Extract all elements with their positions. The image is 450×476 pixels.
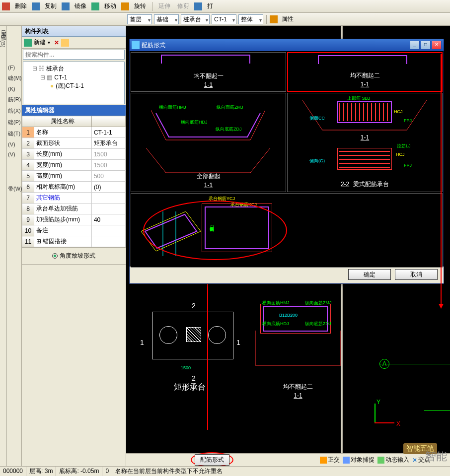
panel-title: 构件列表 <box>22 26 126 37</box>
prop-button[interactable]: 属性 <box>280 15 296 23</box>
dialog-icon <box>132 41 140 49</box>
status-coord: 000000 <box>0 467 26 476</box>
cat-7[interactable]: (V) <box>8 141 20 147</box>
section-label: 均不翻起二1-1 <box>273 382 323 399</box>
copy-item-icon[interactable] <box>61 39 69 47</box>
cat-8[interactable]: (V) <box>8 151 20 157</box>
prop-icon[interactable] <box>270 15 278 23</box>
search-input[interactable] <box>23 50 125 60</box>
left-strip: 型 础(M) (B) <box>0 26 7 466</box>
base-combo[interactable]: 基础 <box>154 14 179 24</box>
rebar-form-button[interactable]: 配筋形式 <box>195 454 229 466</box>
dialog-body: 均不翻起一1-1 均不翻起二1-1 横向面筋HMJ 纵向面筋ZMJ 横向底筋HD… <box>130 51 444 267</box>
grid-h1 <box>379 364 450 364</box>
snap-toggle[interactable]: 对象捕捉 <box>343 456 375 464</box>
dim-1a: 1 <box>140 339 144 346</box>
prop-title: 属性编辑器 <box>22 105 126 116</box>
close-button[interactable]: ✕ <box>432 41 442 50</box>
main-toolbar: 删除 复制 镜像 移动 旋转 延伸 修剪 打 <box>0 0 450 13</box>
circle-2 <box>208 326 226 344</box>
cross-section: 横向面筋HMJ 纵向面筋ZMJ B12B200 横向底筋HDJ 纵向底筋ZDJ … <box>253 294 343 403</box>
angle-slope-row[interactable]: 角度放坡形式 <box>22 247 126 265</box>
component-panel: 构件列表 新建 ▾ ✕ ⊟ ☵桩承台 ⊟ ▦CT-1 ●(底)CT-1-1 属性… <box>22 26 126 466</box>
cat-2[interactable]: (K) <box>8 86 20 92</box>
floor-combo[interactable]: 首层 <box>127 14 152 24</box>
strip-c: (B) <box>0 40 6 48</box>
delete-x-icon[interactable]: ✕ <box>54 39 59 46</box>
canvas-right: A 3000 3000 Y X <box>345 294 450 453</box>
dim-2a: 2 <box>192 302 196 310</box>
dim-2b: 2 <box>192 374 196 382</box>
ct-combo[interactable]: CT-1 <box>212 14 236 24</box>
cat-5[interactable]: 础(P) <box>8 119 20 126</box>
dialog-footer: 确定 取消 <box>130 267 444 282</box>
rotate-icon[interactable] <box>121 2 129 10</box>
maximize-button[interactable]: □ <box>421 41 431 50</box>
copy-button[interactable]: 复制 <box>43 2 59 10</box>
outer-box <box>260 304 331 334</box>
cat-3[interactable]: 筋(R) <box>8 96 20 103</box>
rebar-form-highlight: 配筋形式 <box>191 452 233 468</box>
component-tree[interactable]: ⊟ ☵桩承台 ⊟ ▦CT-1 ●(底)CT-1-1 <box>23 62 125 104</box>
circle-1 <box>159 326 177 344</box>
new-icon[interactable] <box>24 39 32 47</box>
hatch-icon <box>186 327 201 342</box>
watermark: 智能 <box>425 449 447 464</box>
status-msg: 名称在当前层当前构件类型下不允许重名 <box>112 467 450 476</box>
axis-bubble-a: A <box>379 359 389 369</box>
cat-6[interactable]: 础(T) <box>8 130 20 137</box>
dim-1b: 1 <box>236 339 240 346</box>
cat-1[interactable]: 础(M) <box>8 74 20 82</box>
form-option-2[interactable]: 均不翻起二1-1 <box>287 52 443 92</box>
form-option-5[interactable]: 承台钢筋YCJ 承台钢筋XCJ 侧面钢筋 CJ <box>131 193 443 268</box>
ortho-toggle[interactable]: 正交 <box>320 456 340 464</box>
rect-plan <box>152 312 233 359</box>
delete-button[interactable]: 删除 <box>13 2 29 10</box>
mirror-button[interactable]: 镜像 <box>73 2 88 10</box>
move-icon[interactable] <box>91 2 99 10</box>
form-option-3[interactable]: 横向面筋HMJ 纵向面筋ZMJ 横向底筋HDJ 纵向底筋ZDJ 全部翻起1-1 <box>131 93 286 192</box>
tree-ct1[interactable]: ⊟ ▦CT-1 <box>25 73 122 81</box>
whole-combo[interactable]: 整体 <box>238 14 263 24</box>
new-button[interactable]: 新建 <box>34 38 46 47</box>
cat-4[interactable]: 筋(X) <box>8 107 20 115</box>
form-option-4[interactable]: 上部筋 SBJ 侧面CC HCJ FPJ 1-1 拉筋LJ 侧向(G) HCJ … <box>287 93 443 192</box>
dyn-toggle[interactable]: 动态输入 <box>377 456 409 464</box>
cat-0[interactable]: (F) <box>8 65 20 70</box>
minimize-button[interactable]: _ <box>410 41 420 50</box>
delete-icon[interactable] <box>2 2 10 10</box>
dim-1500: 1500 <box>181 365 191 370</box>
copy-icon[interactable] <box>32 2 40 10</box>
trim-button: 修剪 <box>175 2 191 10</box>
print-icon[interactable] <box>194 2 202 10</box>
dialog-titlebar[interactable]: 配筋形式 _ □ ✕ <box>130 39 444 51</box>
pile-combo[interactable]: 桩承台 <box>181 14 210 24</box>
tree-bottom[interactable]: ●(底)CT-1-1 <box>25 81 122 91</box>
canvas-toolbar: 配筋形式 正交 对象捕捉 动态输入 ✕交点 <box>126 453 450 466</box>
radio-icon[interactable] <box>52 253 58 259</box>
status-zero: 0 <box>102 467 112 476</box>
cat-9[interactable]: 带(W) <box>8 185 20 193</box>
rebar-form-dialog: 配筋形式 _ □ ✕ 均不翻起一1-1 均不翻起二1-1 横向面筋HMJ 纵向面… <box>129 39 444 284</box>
cancel-button[interactable]: 取消 <box>395 269 438 280</box>
side-categories: (F) 础(M) (K) 筋(R) 筋(X) 础(P) 础(T) (V) (V)… <box>7 26 22 466</box>
status-bar: 000000 层高: 3m 底标高: -0.05m 0 名称在当前层当前构件类型… <box>0 466 450 476</box>
property-grid[interactable]: 属性名称 1名称CT-1-1 2截面形状矩形承台 3长度(mm)1500 4宽度… <box>22 116 126 247</box>
selector-toolbar: 首层 基础 桩承台 CT-1 整体 属性 <box>0 13 450 26</box>
form-option-1[interactable]: 均不翻起一1-1 <box>131 52 286 92</box>
ok-button[interactable]: 确定 <box>348 269 391 280</box>
print-button[interactable]: 打 <box>205 2 215 10</box>
status-floor-h: 层高: 3m <box>26 467 56 476</box>
rotate-button[interactable]: 旋转 <box>132 2 148 10</box>
annotation-ellipse <box>143 201 287 260</box>
extend-button: 延伸 <box>156 2 172 10</box>
tree-root[interactable]: ⊟ ☵桩承台 <box>25 64 122 73</box>
move-button[interactable]: 移动 <box>102 2 118 10</box>
strip-b: 础(M) <box>0 30 7 38</box>
annotation-side-arrow <box>441 54 442 307</box>
mirror-icon[interactable] <box>62 2 70 10</box>
grid-h2 <box>424 410 450 411</box>
status-bottom-h: 底标高: -0.05m <box>56 467 102 476</box>
panel-tools: 新建 ▾ ✕ <box>22 37 126 49</box>
prop-col-name: 属性名称 <box>34 116 92 127</box>
